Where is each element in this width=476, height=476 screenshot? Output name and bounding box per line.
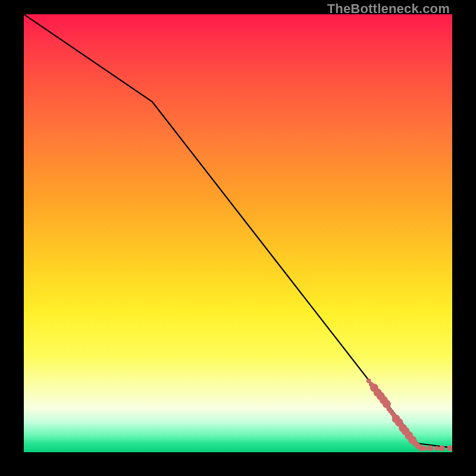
data-point — [439, 445, 445, 451]
chart-stage: TheBottleneck.com — [0, 0, 476, 476]
trend-line — [24, 14, 452, 448]
data-point — [422, 446, 427, 450]
scatter-layer — [367, 378, 452, 451]
data-point — [434, 446, 439, 450]
data-point — [447, 445, 452, 451]
trend-line-layer — [24, 14, 452, 448]
plot-area — [24, 14, 452, 452]
chart-svg — [24, 14, 452, 452]
data-point — [427, 445, 433, 451]
